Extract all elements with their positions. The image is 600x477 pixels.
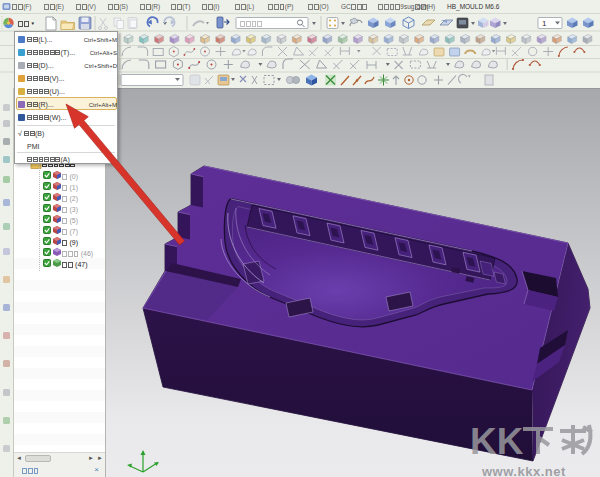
svg-text:KK: KK [470,421,524,458]
svg-text:1: 1 [542,19,547,28]
